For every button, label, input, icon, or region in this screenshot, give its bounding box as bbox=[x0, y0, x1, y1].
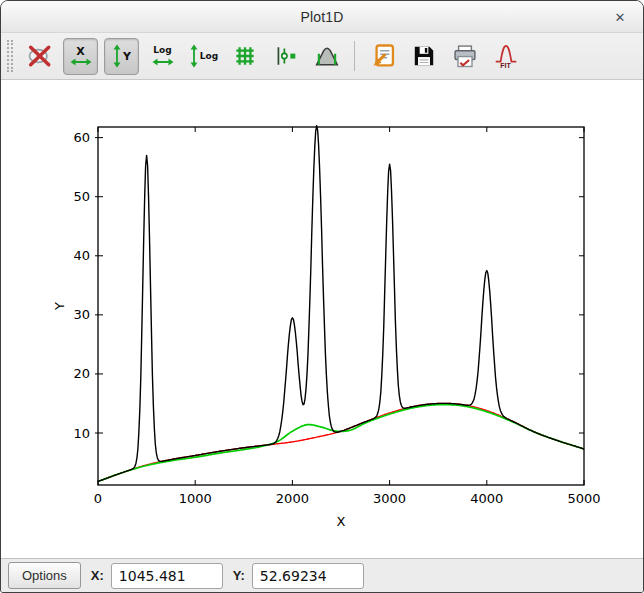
horizontal-arrow-icon bbox=[152, 55, 174, 67]
plot-canvas[interactable]: 010002000300040005000102030405060XY bbox=[1, 80, 644, 559]
y-autoscale-button[interactable]: Y bbox=[104, 38, 139, 75]
y-log-button[interactable]: Log bbox=[186, 38, 221, 75]
y-coordinate-field[interactable] bbox=[252, 563, 364, 589]
y-tick-label: 10 bbox=[73, 426, 90, 441]
toggle-points-button[interactable] bbox=[268, 38, 303, 75]
toggle-fill-button[interactable] bbox=[309, 38, 344, 75]
status-bar: Options X: Y: bbox=[1, 558, 643, 592]
y-tick-label: 30 bbox=[73, 307, 90, 322]
series-data-curve bbox=[98, 126, 584, 482]
x-tick-label: 0 bbox=[94, 491, 102, 506]
title-bar[interactable]: Plot1D ✕ bbox=[1, 1, 643, 33]
x-axis-label: X bbox=[337, 514, 346, 529]
y-log-label: Log bbox=[200, 52, 218, 61]
window-title: Plot1D bbox=[300, 9, 343, 25]
y-coordinate-label: Y: bbox=[233, 568, 245, 583]
close-icon: ✕ bbox=[615, 10, 626, 25]
y-tick-label: 60 bbox=[73, 130, 90, 145]
x-log-button[interactable]: Log bbox=[145, 38, 180, 75]
print-button[interactable] bbox=[447, 38, 482, 75]
figure-area: 010002000300040005000102030405060XY bbox=[1, 80, 643, 558]
save-button[interactable] bbox=[406, 38, 441, 75]
points-slider-icon bbox=[273, 43, 299, 69]
peak-fill-icon bbox=[314, 43, 340, 69]
unzoom-button[interactable] bbox=[22, 38, 57, 75]
x-autoscale-label: X bbox=[76, 46, 84, 57]
y-axis-label: Y bbox=[52, 302, 67, 311]
grid-icon bbox=[232, 43, 258, 69]
floppy-save-icon bbox=[411, 43, 437, 69]
options-button[interactable]: Options bbox=[8, 562, 81, 589]
y-tick-label: 40 bbox=[73, 248, 90, 263]
copy-button[interactable] bbox=[365, 38, 400, 75]
toolbar-grip-handle[interactable] bbox=[7, 40, 13, 72]
fit-button[interactable]: FIT bbox=[488, 38, 523, 75]
horizontal-arrow-icon bbox=[70, 57, 92, 67]
fit-label: FIT bbox=[500, 62, 511, 69]
x-tick-label: 3000 bbox=[373, 491, 406, 506]
y-tick-label: 50 bbox=[73, 189, 90, 204]
series-background-curve bbox=[98, 403, 584, 481]
series-fit-background-curve bbox=[98, 405, 584, 482]
vertical-arrow-icon bbox=[189, 44, 199, 68]
grid-button[interactable] bbox=[227, 38, 262, 75]
x-log-label: Log bbox=[153, 46, 171, 55]
x-autoscale-button[interactable]: X bbox=[63, 38, 98, 75]
x-tick-label: 1000 bbox=[179, 491, 212, 506]
close-button[interactable]: ✕ bbox=[609, 1, 631, 33]
printer-icon bbox=[451, 42, 479, 70]
toolbar: X Y Log bbox=[1, 33, 643, 80]
toolbar-separator bbox=[354, 41, 355, 71]
y-autoscale-label: Y bbox=[123, 51, 131, 62]
plot1d-window: Plot1D ✕ X Y bbox=[0, 0, 644, 593]
x-coordinate-label: X: bbox=[91, 568, 104, 583]
vertical-arrow-icon bbox=[112, 44, 122, 68]
clipboard-copy-icon bbox=[369, 42, 397, 70]
x-tick-label: 2000 bbox=[276, 491, 309, 506]
x-coordinate-field[interactable] bbox=[111, 563, 223, 589]
zoom-reset-icon bbox=[26, 42, 54, 70]
y-tick-label: 20 bbox=[73, 366, 90, 381]
x-tick-label: 4000 bbox=[470, 491, 503, 506]
x-tick-label: 5000 bbox=[567, 491, 600, 506]
